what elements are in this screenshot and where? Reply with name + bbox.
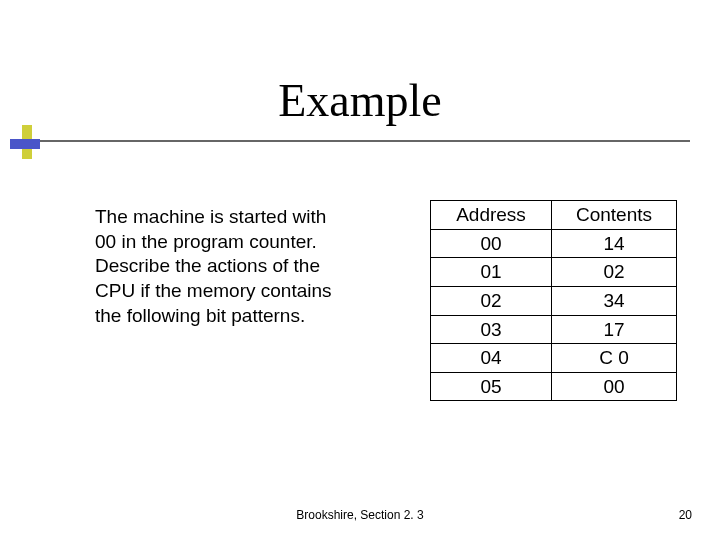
table-row: 03 17 bbox=[431, 315, 677, 344]
table-header-contents: Contents bbox=[552, 201, 677, 230]
footer-page-number: 20 bbox=[679, 508, 692, 522]
table-header-address: Address bbox=[431, 201, 552, 230]
table-row: 00 14 bbox=[431, 229, 677, 258]
cell-address: 00 bbox=[431, 229, 552, 258]
cell-contents: 17 bbox=[552, 315, 677, 344]
title-area: Example bbox=[0, 74, 720, 127]
cell-contents: C 0 bbox=[552, 344, 677, 373]
cell-address: 01 bbox=[431, 258, 552, 287]
cell-address: 05 bbox=[431, 372, 552, 401]
memory-table: Address Contents 00 14 01 02 02 34 03 17 bbox=[430, 200, 677, 401]
table-row: 01 02 bbox=[431, 258, 677, 287]
cell-address: 03 bbox=[431, 315, 552, 344]
table-row: 04 C 0 bbox=[431, 344, 677, 373]
table-row: 05 00 bbox=[431, 372, 677, 401]
table-row: 02 34 bbox=[431, 286, 677, 315]
cell-contents: 34 bbox=[552, 286, 677, 315]
slide: Example The machine is started with 00 i… bbox=[0, 0, 720, 540]
body-paragraph: The machine is started with 00 in the pr… bbox=[95, 205, 345, 328]
title-underline bbox=[30, 140, 690, 142]
cell-contents: 02 bbox=[552, 258, 677, 287]
cell-contents: 00 bbox=[552, 372, 677, 401]
cell-contents: 14 bbox=[552, 229, 677, 258]
cell-address: 02 bbox=[431, 286, 552, 315]
footer-citation: Brookshire, Section 2. 3 bbox=[0, 508, 720, 522]
table-header-row: Address Contents bbox=[431, 201, 677, 230]
accent-blue-box bbox=[10, 139, 40, 149]
cell-address: 04 bbox=[431, 344, 552, 373]
slide-title: Example bbox=[278, 74, 442, 127]
